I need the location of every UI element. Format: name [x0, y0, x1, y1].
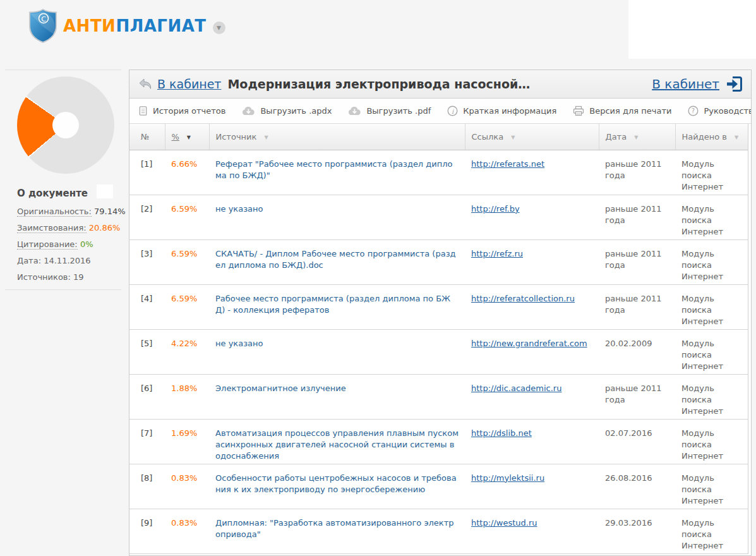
row-number: [7]	[129, 419, 165, 464]
source-url-link[interactable]: http://new.grandreferat.com	[471, 339, 587, 348]
report-history-icon	[138, 106, 148, 116]
source-title-link[interactable]: не указано	[215, 204, 263, 214]
source-title-link[interactable]: Реферат "Рабочее место программиста (раз…	[215, 159, 453, 180]
table-row: [3] 6.59% СКАЧАТЬ/ - Диплом Рабочее мест…	[129, 239, 748, 284]
row-percent: 4.22%	[165, 329, 209, 374]
report-history-button[interactable]: История отчетов	[138, 106, 225, 116]
source-title-link[interactable]: не указано	[215, 339, 263, 348]
download-cloud-icon	[242, 106, 255, 116]
row-percent: 1.88%	[165, 374, 209, 419]
source-title-link[interactable]: Особенности работы центробежных насосов …	[215, 473, 457, 494]
manual-button[interactable]: ? Руководство	[688, 106, 752, 116]
source-title-link[interactable]: Электромагнитное излучение	[215, 384, 346, 393]
source-url-link[interactable]: http://referatcollection.ru	[471, 294, 575, 303]
column-source[interactable]: Источник▼	[209, 124, 465, 150]
sort-arrow-icon[interactable]: ▼	[634, 135, 638, 140]
logo-dropdown-icon[interactable]: ▼	[213, 21, 225, 34]
toolbar-label: Выгрузить .pdf	[366, 106, 431, 116]
brief-info-button[interactable]: i Краткая информация	[447, 106, 556, 116]
source-title-link[interactable]: Рабочее место программиста (раздел дипло…	[215, 294, 450, 315]
found-in-module: Модуль поиска Интернет	[675, 329, 748, 374]
brand-wordmark: АНТИПЛАГИАТ	[63, 16, 207, 35]
stat-date: Дата: 14.11.2016	[17, 256, 126, 265]
toolbar-label: Руководство	[704, 106, 752, 116]
table-row: [1] 6.66% Реферат "Рабочее место програм…	[129, 150, 748, 195]
sort-arrow-icon[interactable]: ▼	[735, 135, 738, 140]
source-url-link[interactable]: http://dslib.net	[471, 428, 532, 438]
source-date: раньше 2011 года	[599, 284, 675, 329]
source-date: 29.03.2016	[599, 509, 675, 553]
row-number: [5]	[129, 329, 165, 374]
found-in-module: Модуль поиска Интернет	[675, 195, 748, 239]
export-pdf-button[interactable]: Выгрузить .pdf	[348, 106, 431, 116]
export-apdx-button[interactable]: Выгрузить .apdx	[242, 106, 332, 116]
top-right-white-panel	[628, 0, 756, 59]
source-url-link[interactable]: http://dic.academic.ru	[471, 384, 561, 393]
table-row: [8] 0.83% Особенности работы центробежны…	[129, 464, 748, 509]
sources-table-body: [1] 6.66% Реферат "Рабочее место програм…	[129, 150, 748, 553]
column-found-in[interactable]: Найдено в▼	[675, 124, 748, 150]
info-icon: i	[447, 106, 458, 116]
sort-arrow-icon[interactable]: ▼	[264, 135, 268, 140]
source-url-link[interactable]: http://ref.by	[471, 204, 520, 214]
sort-arrow-icon[interactable]: ▼	[511, 135, 515, 140]
source-title-link[interactable]: СКАЧАТЬ/ - Диплом Рабочее место программ…	[215, 249, 456, 270]
row-number: [6]	[129, 374, 165, 419]
source-url-link[interactable]: http://mylektsii.ru	[471, 473, 544, 483]
column-number: №	[129, 124, 165, 150]
enter-cabinet-icon[interactable]	[724, 75, 743, 94]
found-in-module: Модуль поиска Интернет	[675, 284, 748, 329]
printer-icon	[573, 106, 584, 116]
row-number: [2]	[129, 195, 165, 239]
report-panel: В кабинет Модернизация электропривода на…	[129, 70, 752, 556]
found-in-module: Модуль поиска Интернет	[675, 150, 748, 195]
source-url-link[interactable]: http://refz.ru	[471, 249, 523, 258]
back-to-cabinet-link[interactable]: В кабинет	[157, 77, 221, 91]
source-url-link[interactable]: http://westud.ru	[471, 518, 537, 528]
sources-table-wrap: № %▼ Источник▼ Ссылка▼ Дата▼ Найдено в▼ …	[129, 124, 748, 554]
found-in-module: Модуль поиска Интернет	[675, 464, 748, 509]
stat-citations-value: 0%	[80, 239, 93, 249]
row-percent: 1.69%	[165, 419, 209, 464]
back-arrow-icon[interactable]	[138, 78, 152, 90]
white-patch	[97, 184, 113, 198]
document-title: Модернизация электропривода насосной…	[227, 77, 530, 91]
stat-originality-label[interactable]: Оригинальность:	[17, 207, 92, 217]
row-percent: 6.66%	[165, 150, 209, 195]
app-logo[interactable]: C АНТИПЛАГИАТ ▼	[29, 9, 225, 43]
table-row: [5] 4.22% не указано http://new.grandref…	[129, 329, 748, 374]
svg-text:?: ?	[692, 107, 695, 114]
stat-borrowings: Заимствования: 20.86%	[17, 223, 126, 233]
svg-text:i: i	[452, 108, 454, 115]
toolbar-label: Версия для печати	[589, 106, 671, 116]
sort-arrow-icon[interactable]: ▼	[187, 135, 191, 140]
column-percent[interactable]: %▼	[165, 124, 209, 150]
toolbar: История отчетов Выгрузить .apdx Выгрузит…	[129, 99, 751, 124]
source-url-link[interactable]: http://referats.net	[471, 159, 544, 169]
source-title-link[interactable]: Дипломная: "Разработка автоматизированно…	[215, 518, 454, 539]
stat-borrowings-label[interactable]: Заимствования:	[17, 223, 87, 233]
toolbar-label: Краткая информация	[463, 106, 556, 116]
row-percent: 0.83%	[165, 509, 209, 553]
print-version-button[interactable]: Версия для печати	[573, 106, 671, 116]
found-in-module: Модуль поиска Интернет	[675, 374, 748, 419]
cabinet-link[interactable]: В кабинет	[652, 76, 719, 92]
stat-sources-label: Источников:	[17, 272, 71, 282]
source-title-link[interactable]: Автоматизация процессов управления плавн…	[215, 428, 459, 461]
table-row: [4] 6.59% Рабочее место программиста (ра…	[129, 284, 748, 329]
sidebar: О документе Оригинальность: 79.14% Заимс…	[0, 70, 126, 290]
stat-date-label: Дата:	[17, 256, 41, 265]
stat-citations: Цитирование: 0%	[17, 239, 126, 249]
row-number: [8]	[129, 464, 165, 509]
row-percent: 6.59%	[165, 195, 209, 239]
column-date[interactable]: Дата▼	[599, 124, 675, 150]
row-number: [3]	[129, 239, 165, 284]
column-link[interactable]: Ссылка▼	[465, 124, 599, 150]
row-number: [4]	[129, 284, 165, 329]
found-in-module: Модуль поиска Интернет	[675, 509, 748, 553]
source-date: раньше 2011 года	[599, 374, 675, 419]
found-in-module: Модуль поиска Интернет	[675, 419, 748, 464]
stat-sources-value: 19	[73, 272, 84, 282]
stat-citations-label[interactable]: Цитирование:	[17, 239, 78, 250]
row-percent: 6.59%	[165, 284, 209, 329]
